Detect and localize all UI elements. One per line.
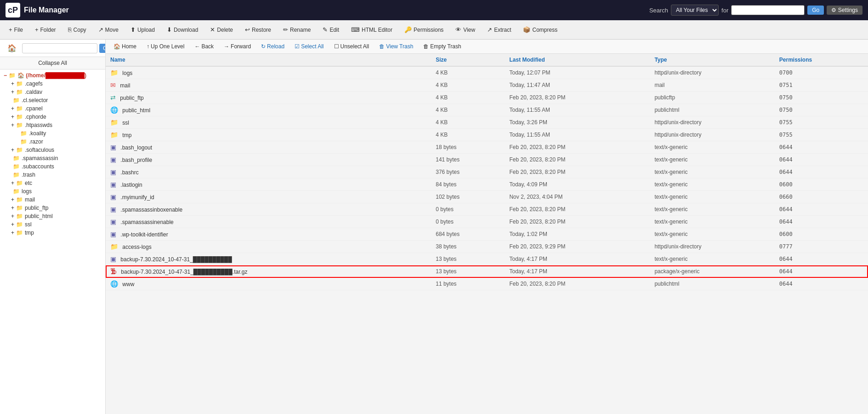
file-name-cell: ✉ mail [106, 79, 431, 92]
search-input[interactable] [731, 5, 805, 15]
table-row[interactable]: ▣ .lastlogin 84 bytes Today, 4:09 PM tex… [106, 178, 868, 191]
table-row[interactable]: ▣ .spamassassinenable 0 bytes Feb 20, 20… [106, 216, 868, 228]
tree-item-spamassassin[interactable]: 📁 .spamassassin [7, 154, 105, 162]
file-size-cell: 376 bytes [431, 166, 505, 178]
table-row[interactable]: ⇄ public_ftp 4 KB Feb 20, 2023, 8:20 PM … [106, 92, 868, 104]
table-row[interactable]: 📁 access-logs 38 bytes Feb 20, 2023, 9:2… [106, 241, 868, 253]
tree-item-softaculous[interactable]: + 📁 .softaculous [7, 146, 105, 154]
forward-button[interactable]: → Forward [220, 41, 255, 52]
tree-item-tmp[interactable]: + 📁 tmp [7, 229, 105, 237]
unselect-all-button[interactable]: ☐ Unselect All [330, 41, 374, 52]
table-row[interactable]: ▣ backup-7.30.2024_10-47-31_██████████ 1… [106, 253, 868, 265]
tree-item-koality[interactable]: 📁 .koality [15, 129, 105, 138]
tree-item-htpasswds[interactable]: + 📁 .htpasswds [7, 121, 105, 129]
compress-button[interactable]: 📦 Compress [518, 24, 562, 35]
tree-item-cl-selector[interactable]: 📁 .cl.selector [7, 96, 105, 104]
collapse-all-button[interactable]: Collapse All [0, 57, 105, 69]
col-header-name[interactable]: Name [106, 54, 431, 66]
sidebar-path-input[interactable] [22, 43, 97, 53]
tree-item-cphorde[interactable]: + 📁 .cphorde [7, 113, 105, 121]
tree-item-public-ftp[interactable]: + 📁 public_ftp [7, 204, 105, 212]
tree-item-subaccounts[interactable]: 📁 .subaccounts [7, 162, 105, 171]
table-row[interactable]: 📁 logs 4 KB Today, 12:07 PM httpd/unix-d… [106, 66, 868, 79]
tree-item-etc[interactable]: + 📁 etc [7, 179, 105, 187]
tree-root[interactable]: − 📁 🏠 (/home/██████████) [0, 71, 105, 80]
sidebar-home-button[interactable]: 🏠 [4, 42, 20, 54]
table-row[interactable]: ▣ .bashrc 376 bytes Feb 20, 2023, 8:20 P… [106, 166, 868, 178]
search-scope-select[interactable]: All Your Files [671, 5, 719, 16]
tree-item-trash[interactable]: 📁 .trash [7, 171, 105, 179]
search-go-button[interactable]: Go [807, 6, 824, 15]
sidebar-go-button[interactable]: Go [99, 44, 106, 53]
unselect-all-icon: ☐ [334, 43, 339, 50]
download-button[interactable]: ⬇ Download [162, 24, 203, 35]
rename-button[interactable]: ✏ Rename [278, 24, 316, 35]
table-row[interactable]: 🗜 backup-7.30.2024_10-47-31_██████████.t… [106, 265, 868, 278]
tree-item-logs[interactable]: 📁 logs [7, 187, 105, 196]
select-all-button[interactable]: ☑ Select All [290, 41, 328, 52]
reload-button[interactable]: ↻ Reload [257, 41, 289, 52]
edit-button[interactable]: ✎ Edit [318, 24, 344, 35]
table-row[interactable]: ▣ .spamassassinboxenable 0 bytes Feb 20,… [106, 203, 868, 216]
copy-button[interactable]: ⎘ Copy [63, 24, 91, 35]
back-label: Back [201, 43, 214, 50]
tree-item-public-html[interactable]: + 📁 public_html [7, 212, 105, 220]
view-button[interactable]: 👁 View [450, 24, 480, 35]
tree-item-caldav[interactable]: + 📁 .caldav [7, 88, 105, 96]
back-icon: ← [194, 43, 200, 50]
file-permissions-cell: 0644 [775, 278, 868, 290]
col-header-last-modified[interactable]: Last Modified [505, 54, 650, 66]
table-row[interactable]: ✉ mail 4 KB Today, 11:47 AM mail 0751 [106, 79, 868, 92]
file-name: access-logs [122, 244, 151, 250]
tree-item-ssl[interactable]: + 📁 ssl [7, 220, 105, 229]
tree-item-mail[interactable]: + 📁 mail [7, 196, 105, 204]
table-row[interactable]: 🌐 public_html 4 KB Today, 11:55 AM publi… [106, 104, 868, 116]
new-folder-button[interactable]: + Folder [30, 24, 61, 35]
settings-button[interactable]: ⚙ Settings [827, 6, 862, 15]
col-header-size[interactable]: Size [431, 54, 505, 66]
home-nav-button[interactable]: 🏠 Home [109, 41, 141, 52]
table-row[interactable]: ▣ .wp-toolkit-identifier 684 bytes Today… [106, 228, 868, 241]
tree-htpasswds-children: 📁 .koality 📁 .razor [7, 129, 105, 146]
file-name-cell: ▣ .bash_logout [106, 141, 431, 154]
back-button[interactable]: ← Back [190, 41, 218, 52]
file-modified-cell: Today, 4:17 PM [505, 253, 650, 265]
file-modified-cell: Feb 20, 2023, 8:20 PM [505, 216, 650, 228]
folder-icon: 📁 [13, 155, 20, 161]
file-modified-cell: Today, 11:55 AM [505, 104, 650, 116]
folder-icon: 📁 [16, 114, 23, 120]
move-button[interactable]: ↗ Move [93, 24, 124, 35]
new-folder-label: Folder [40, 27, 56, 33]
folder-icon: 📁 [13, 163, 20, 170]
folder-icon: 📁 [16, 89, 23, 95]
table-row[interactable]: 📁 ssl 4 KB Today, 3:26 PM httpd/unix-dir… [106, 116, 868, 129]
copy-label: Copy [74, 27, 86, 33]
file-modified-cell: Nov 2, 2023, 4:04 PM [505, 191, 650, 203]
upload-button[interactable]: ⬆ Upload [125, 24, 160, 35]
empty-trash-icon: 🗑 [423, 43, 429, 50]
delete-button[interactable]: ✕ Delete [205, 24, 238, 35]
table-row[interactable]: ▣ .bash_profile 141 bytes Feb 20, 2023, … [106, 154, 868, 166]
new-file-button[interactable]: + File [4, 24, 28, 35]
file-size-cell: 13 bytes [431, 253, 505, 265]
up-one-level-button[interactable]: ↑ Up One Level [142, 41, 188, 52]
download-icon: ⬇ [167, 26, 172, 33]
view-trash-button[interactable]: 🗑 View Trash [375, 41, 417, 52]
col-header-permissions[interactable]: Permissions [775, 54, 868, 66]
table-row[interactable]: ▣ .bash_logout 18 bytes Feb 20, 2023, 8:… [106, 141, 868, 154]
empty-trash-button[interactable]: 🗑 Empty Trash [419, 41, 465, 52]
tree-item-cagefs[interactable]: + 📁 .cagefs [7, 80, 105, 88]
table-row[interactable]: 📁 tmp 4 KB Today, 11:55 AM httpd/unix-di… [106, 129, 868, 141]
extract-button[interactable]: ↗ Extract [482, 24, 516, 35]
restore-button[interactable]: ↩ Restore [240, 24, 276, 35]
tree-item-razor[interactable]: 📁 .razor [15, 138, 105, 146]
extract-label: Extract [494, 27, 511, 33]
col-header-type[interactable]: Type [650, 54, 774, 66]
tree-item-cpanel[interactable]: + 📁 .cpanel [7, 104, 105, 113]
table-row[interactable]: 🌐 www 11 bytes Feb 20, 2023, 8:20 PM pub… [106, 278, 868, 290]
permissions-button[interactable]: 🔑 Permissions [399, 24, 448, 35]
html-editor-button[interactable]: ⌨ HTML Editor [346, 24, 397, 35]
table-row[interactable]: ▣ .myimunify_id 102 bytes Nov 2, 2023, 4… [106, 191, 868, 203]
file-permissions-cell: 0660 [775, 191, 868, 203]
tree-item-label: .subaccounts [22, 163, 54, 170]
